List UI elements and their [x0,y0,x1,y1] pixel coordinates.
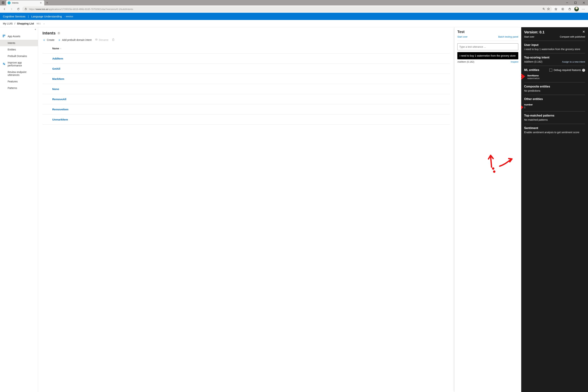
user-input-heading: User input [524,43,585,47]
favorites-list-icon[interactable] [553,6,559,12]
inspect-close-icon[interactable]: ✕ [582,30,585,34]
patterns-heading: Top-matched patterns [524,114,585,117]
address-url: https://www.luis.ai/applications/1728315… [29,8,540,10]
plus-icon: ＋ [58,38,61,42]
lock-icon [24,8,27,11]
intent-name[interactable]: RemoveItem [52,108,68,111]
browser-tab[interactable]: i Intents ✕ [6,0,44,6]
extensions-icon[interactable] [566,6,573,12]
test-utterance-input[interactable] [457,43,518,50]
collections-icon[interactable] [560,6,566,12]
svg-rect-19 [4,35,5,36]
assets-icon [2,34,6,38]
intent-row[interactable]: UnmarkItem [42,114,450,125]
breadcrumb-current[interactable]: Shopping List [17,22,34,25]
sentiment-value: Enable sentiment analysis to get sentime… [524,131,585,134]
svg-marker-11 [547,8,550,10]
intent-name[interactable]: GetAll [52,67,60,70]
breadcrumb-root[interactable]: My LUIS [3,22,13,25]
intent-row[interactable]: RemoveItem [42,104,450,114]
sidebar-item-entities[interactable]: Entities [0,46,38,53]
debug-features-checkbox[interactable]: Debug required features? [549,68,585,72]
intent-name[interactable]: MarkItem [52,77,64,80]
sidebar-item-intents[interactable]: Intents [0,40,38,46]
intent-name[interactable]: RemoveAll [52,98,66,101]
tab-close-icon[interactable]: ✕ [39,1,42,5]
region-label: - westus [64,15,73,18]
window-minimize-icon[interactable] [563,0,571,6]
inspect-panel: ✕ Version: 0.1 Start over Compare with p… [521,27,588,392]
svg-rect-0 [2,2,4,4]
sidebar-item-review-endpoint[interactable]: Review endpoint utterances [0,69,38,78]
new-tab-button[interactable]: ＋ [44,0,50,6]
window-titlebar: i Intents ✕ ＋ [0,0,588,6]
sidebar-section-assets-label: App Assets [8,35,20,38]
sort-asc-icon: ↑ [60,47,61,50]
inspect-version-heading: Version: 0.1 [524,30,585,34]
svg-line-8 [544,9,545,10]
window-controls [563,0,588,6]
assign-new-intent-link[interactable]: Assign to a new intent [562,60,585,63]
top-intent-value: AddItem (0.182) [524,60,542,63]
svg-rect-6 [25,9,26,10]
intent-name[interactable]: UnmarkItem [52,118,68,121]
other-entity-name: number [524,103,585,106]
test-heading: Test [457,30,518,34]
nav-forward-icon[interactable] [8,6,14,12]
window-close-icon[interactable] [580,0,588,6]
intent-row[interactable]: MarkItem [42,74,450,84]
browser-menu-icon[interactable]: ··· [580,6,586,12]
intent-row[interactable]: AddItem [42,54,450,64]
other-entity-value: 1 [524,106,585,109]
trash-icon [112,38,115,42]
svg-rect-18 [3,35,4,36]
sidebar-section-improve[interactable]: Improve app performance [0,59,38,69]
composite-value: No predictions [524,89,585,92]
add-prebuilt-button[interactable]: ＋ Add prebuilt domain intent [58,38,92,42]
intent-name[interactable]: AddItem [52,57,63,60]
improve-icon [2,62,6,66]
zoom-icon[interactable] [542,8,545,11]
sidebar-collapse-icon[interactable]: « [35,28,36,31]
intent-list: AddItemGetAllMarkItemNoneRemoveAllRemove… [42,54,450,125]
annotation-arrow-icon [521,104,524,110]
plus-icon: ＋ [42,38,46,42]
sidebar-section-assets[interactable]: App Assets [0,33,38,40]
nav-refresh-icon[interactable] [15,6,22,12]
breadcrumb-bar: My LUIS / Shopping List V0.1 ⌄ [0,20,588,27]
chevron-down-icon[interactable]: ⌄ [43,22,45,25]
annotation-arrow-icon [521,74,525,80]
sidebar-item-features[interactable]: Features [0,78,38,85]
app-label[interactable]: Language Understanding [31,15,62,18]
help-icon[interactable]: ? [582,69,585,72]
last-utterance[interactable]: i need to buy 1 watermelon from the groc… [457,52,518,59]
profile-avatar[interactable] [574,6,580,12]
intent-row[interactable]: None [42,84,450,94]
intent-row[interactable]: GetAll [42,64,450,74]
svg-rect-1 [2,2,4,3]
intent-name[interactable]: None [52,88,59,90]
compare-published-link[interactable]: Compare with published [560,36,585,38]
composite-heading: Composite entities [524,85,585,88]
svg-marker-12 [555,8,557,10]
create-button[interactable]: ＋ Create [42,38,54,42]
inspect-link[interactable]: Inspect [511,60,518,63]
address-bar[interactable]: https://www.luis.ai/applications/1728315… [22,6,552,12]
column-header-name[interactable]: Name↑ [42,43,450,54]
inspect-start-over-link[interactable]: Start over [524,36,534,38]
brand-label[interactable]: Cognitive Services [3,15,26,18]
intent-row[interactable]: RemoveAll [42,94,450,104]
main-content: Intents ? ＋ Create ＋ Add prebuilt domain… [38,27,454,392]
favorite-star-icon[interactable] [547,8,550,11]
svg-rect-27 [112,39,114,41]
window-maximize-icon[interactable] [571,0,580,6]
sentiment-heading: Sentiment [524,126,585,130]
app-switcher-icon[interactable] [0,0,6,6]
sidebar-item-patterns[interactable]: Patterns [0,85,38,91]
sidebar-item-prebuilt-domains[interactable]: Prebuilt Domains [0,53,38,59]
test-start-over-link[interactable]: Start over [457,36,468,38]
help-icon[interactable]: ? [57,32,60,35]
separator: | [28,15,29,18]
batch-testing-link[interactable]: Batch testing panel [498,36,518,38]
nav-back-icon[interactable] [2,6,8,12]
